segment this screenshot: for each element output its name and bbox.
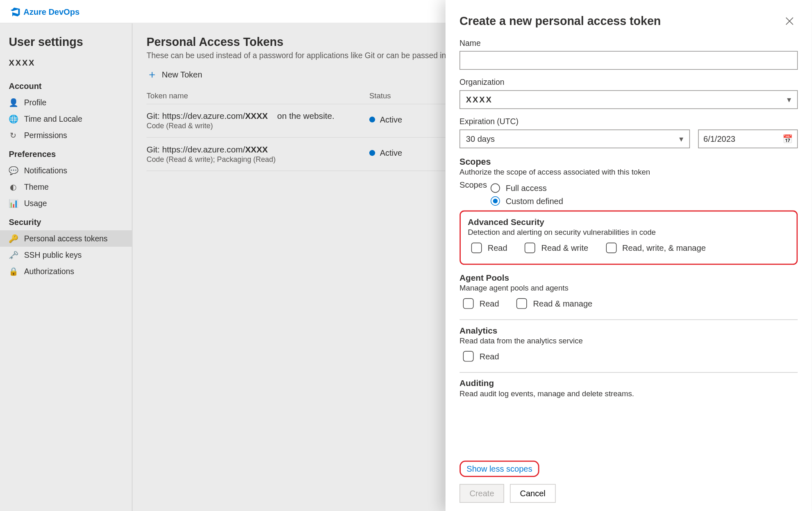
sidebar-item-ssh[interactable]: 🗝️SSH public keys [0, 247, 132, 263]
chart-icon: 📊 [9, 199, 18, 208]
chevron-down-icon: ▾ [679, 134, 683, 143]
key-icon: 🔑 [9, 234, 18, 243]
brand-text: Azure DevOps [23, 7, 80, 16]
chk-advsec-readwrite[interactable]: Read & write [525, 243, 589, 253]
scopes-desc: Authorize the scope of access associated… [459, 168, 798, 176]
sidebar-group-account: Account [0, 75, 132, 94]
sidebar-group-preferences: Preferences [0, 143, 132, 162]
globe-icon: 🌐 [9, 114, 18, 124]
refresh-icon: ↻ [9, 131, 18, 140]
checkbox-icon [471, 243, 482, 253]
close-button[interactable] [781, 13, 798, 29]
scope-advanced-security: Advanced Security Detection and alerting… [459, 210, 798, 265]
theme-icon: ◐ [9, 182, 18, 192]
sidebar-group-security: Security [0, 211, 132, 230]
name-input[interactable] [459, 51, 798, 70]
chk-advsec-read[interactable]: Read [471, 243, 507, 253]
sidebar-item-theme[interactable]: ◐Theme [0, 179, 132, 195]
checkbox-icon [525, 243, 536, 253]
expiration-select[interactable]: 30 days ▾ [459, 129, 690, 148]
status-dot-icon [369, 150, 375, 156]
sidebar-item-profile[interactable]: 👤Profile [0, 94, 132, 111]
close-icon [785, 16, 794, 26]
checkbox-icon [606, 243, 616, 253]
chk-agentpools-read[interactable]: Read [463, 298, 499, 309]
person-card-icon: 👤 [9, 98, 18, 107]
plus-icon: ＋ [147, 69, 157, 80]
sidebar-user[interactable]: XXXX [0, 55, 132, 75]
radio-custom-defined[interactable]: Custom defined [490, 196, 563, 206]
scope-auditing: Auditing Read audit log events, manage a… [459, 372, 798, 414]
sidebar-item-notifications[interactable]: 💬Notifications [0, 162, 132, 179]
expiration-date-input[interactable]: 6/1/2023 📅 [698, 129, 798, 148]
chk-advsec-manage[interactable]: Read, write, & manage [606, 243, 706, 253]
scopes-word: Scopes [459, 180, 487, 189]
new-token-button[interactable]: ＋ New Token [147, 69, 202, 80]
checkbox-icon [463, 298, 474, 309]
col-status: Status [369, 91, 440, 100]
brand[interactable]: Azure DevOps [11, 7, 80, 16]
scopes-title: Scopes [459, 157, 798, 166]
sidebar-item-permissions[interactable]: ↻Permissions [0, 127, 132, 143]
lock-icon: 🔒 [9, 267, 18, 276]
checkbox-icon [463, 351, 474, 362]
sidebar: User settings XXXX Account 👤Profile 🌐Tim… [0, 23, 132, 511]
status-dot-icon [369, 117, 375, 123]
ssh-key-icon: 🗝️ [9, 250, 18, 260]
organization-select[interactable]: XXXX ▾ [459, 90, 798, 109]
sidebar-item-time-locale[interactable]: 🌐Time and Locale [0, 111, 132, 127]
checkbox-icon [517, 298, 528, 309]
sidebar-item-pat[interactable]: 🔑Personal access tokens [0, 230, 132, 247]
panel-title: Create a new personal access token [459, 14, 661, 28]
create-button[interactable]: Create [459, 484, 504, 503]
organization-label: Organization [459, 78, 798, 86]
chevron-down-icon: ▾ [787, 95, 791, 104]
expiration-label: Expiration (UTC) [459, 117, 798, 126]
sidebar-title: User settings [0, 35, 132, 55]
cancel-button[interactable]: Cancel [510, 484, 555, 503]
name-label: Name [459, 39, 798, 47]
radio-full-access[interactable]: Full access [490, 184, 563, 193]
sidebar-item-usage[interactable]: 📊Usage [0, 195, 132, 211]
scope-analytics: Analytics Read data from the analytics s… [459, 320, 798, 373]
show-less-scopes-link[interactable]: Show less scopes [466, 464, 532, 474]
chat-icon: 💬 [9, 166, 18, 175]
create-pat-panel: Create a new personal access token Name … [446, 0, 812, 511]
azure-devops-logo-icon [11, 7, 20, 16]
sidebar-item-authorizations[interactable]: 🔒Authorizations [0, 263, 132, 279]
radio-icon [490, 184, 500, 193]
scope-agent-pools: Agent Pools Manage agent pools and agent… [459, 267, 798, 320]
radio-selected-icon [490, 196, 500, 206]
calendar-icon: 📅 [782, 134, 792, 143]
chk-agentpools-manage[interactable]: Read & manage [517, 298, 593, 309]
col-token-name: Token name [147, 91, 369, 100]
chk-analytics-read[interactable]: Read [463, 351, 499, 362]
